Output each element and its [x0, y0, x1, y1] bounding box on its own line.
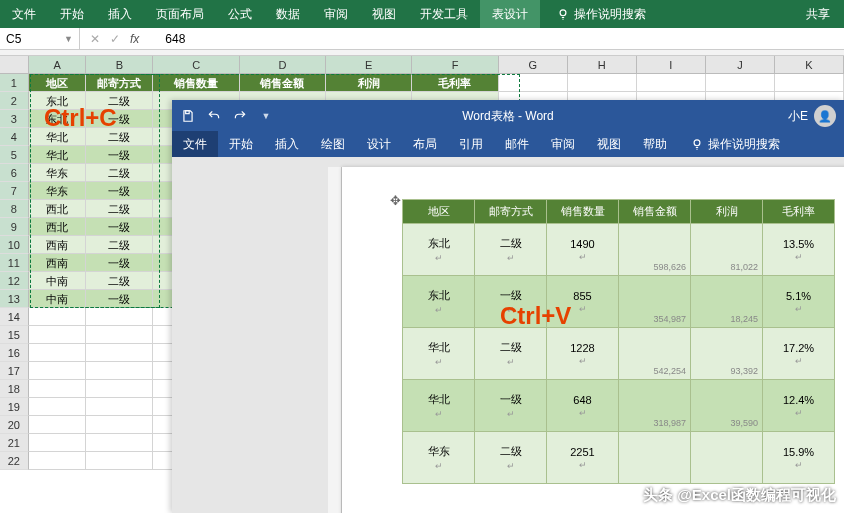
undo-icon[interactable] — [206, 108, 222, 124]
row-header[interactable]: 1 — [0, 74, 29, 92]
tab-review[interactable]: 审阅 — [312, 0, 360, 28]
enter-icon[interactable]: ✓ — [110, 32, 120, 46]
cell[interactable] — [86, 308, 153, 326]
row-header[interactable]: 6 — [0, 164, 29, 182]
word-table-cell[interactable]: 1228↵ — [547, 328, 619, 380]
row-header[interactable]: 5 — [0, 146, 29, 164]
cell[interactable] — [775, 74, 844, 92]
cell[interactable]: 二级 — [86, 272, 153, 290]
row-header[interactable]: 11 — [0, 254, 29, 272]
cell[interactable]: 中南 — [29, 272, 87, 290]
cell[interactable] — [86, 452, 153, 470]
cell[interactable] — [29, 362, 87, 380]
cell[interactable]: 西南 — [29, 254, 87, 272]
word-table-cell[interactable]: 18,245 — [691, 276, 763, 328]
cell[interactable] — [706, 74, 775, 92]
word-table-cell[interactable]: 东北↵ — [403, 224, 475, 276]
tab-formulas[interactable]: 公式 — [216, 0, 264, 28]
cell[interactable] — [86, 434, 153, 452]
tab-insert[interactable]: 插入 — [96, 0, 144, 28]
word-table[interactable]: 地区 邮寄方式 销售数量 销售金额 利润 毛利率 东北↵二级↵1490↵598,… — [402, 199, 835, 484]
word-table-cell[interactable]: 华北↵ — [403, 380, 475, 432]
word-table-cell[interactable]: 一级↵ — [475, 380, 547, 432]
cell[interactable] — [86, 326, 153, 344]
word-tab-mailings[interactable]: 邮件 — [494, 131, 540, 157]
word-table-cell[interactable]: 39,590 — [691, 380, 763, 432]
word-table-cell[interactable]: 354,987 — [619, 276, 691, 328]
word-table-cell[interactable]: 13.5%↵ — [763, 224, 835, 276]
row-header[interactable]: 13 — [0, 290, 29, 308]
select-all-corner[interactable] — [0, 56, 29, 73]
row-header[interactable]: 10 — [0, 236, 29, 254]
cell[interactable] — [29, 344, 87, 362]
share-button[interactable]: 共享 — [792, 0, 844, 28]
word-table-cell[interactable] — [619, 432, 691, 484]
word-table-cell[interactable]: 5.1%↵ — [763, 276, 835, 328]
name-box[interactable]: C5 ▼ — [0, 28, 80, 50]
cell[interactable]: 华东 — [29, 164, 87, 182]
name-box-dropdown-icon[interactable]: ▼ — [64, 34, 73, 44]
formula-input[interactable]: 648 — [149, 32, 185, 46]
cell[interactable] — [29, 380, 87, 398]
col-header-A[interactable]: A — [29, 56, 87, 73]
word-tab-review[interactable]: 审阅 — [540, 131, 586, 157]
word-table-cell[interactable]: 598,626 — [619, 224, 691, 276]
cell[interactable]: 一级 — [86, 218, 153, 236]
cell[interactable] — [29, 326, 87, 344]
word-table-cell[interactable]: 一级↵ — [475, 276, 547, 328]
word-tab-design[interactable]: 设计 — [356, 131, 402, 157]
word-table-row[interactable]: 华北↵一级↵648↵318,98739,59012.4%↵ — [403, 380, 835, 432]
word-tab-view[interactable]: 视图 — [586, 131, 632, 157]
cell[interactable]: 二级 — [86, 164, 153, 182]
cell[interactable]: 销售数量 — [153, 74, 239, 92]
cancel-icon[interactable]: ✕ — [90, 32, 100, 46]
cell[interactable] — [499, 74, 568, 92]
word-table-cell[interactable]: 华北↵ — [403, 328, 475, 380]
word-table-cell[interactable]: 15.9%↵ — [763, 432, 835, 484]
tab-developer[interactable]: 开发工具 — [408, 0, 480, 28]
cell[interactable]: 华北 — [29, 128, 87, 146]
fx-icon[interactable]: fx — [130, 32, 139, 46]
row-header[interactable]: 12 — [0, 272, 29, 290]
col-header-H[interactable]: H — [568, 56, 637, 73]
col-header-J[interactable]: J — [706, 56, 775, 73]
row-header[interactable]: 7 — [0, 182, 29, 200]
word-table-cell[interactable] — [691, 432, 763, 484]
cell[interactable] — [637, 74, 706, 92]
table-anchor-handle-icon[interactable]: ✥ — [390, 193, 401, 208]
row-header[interactable]: 14 — [0, 308, 29, 326]
cell[interactable] — [29, 398, 87, 416]
word-table-cell[interactable]: 12.4%↵ — [763, 380, 835, 432]
word-tab-layout[interactable]: 布局 — [402, 131, 448, 157]
word-table-row[interactable]: 东北↵一级↵855↵354,98718,2455.1%↵ — [403, 276, 835, 328]
word-table-cell[interactable]: 93,392 — [691, 328, 763, 380]
word-table-row[interactable]: 东北↵二级↵1490↵598,62681,02213.5%↵ — [403, 224, 835, 276]
cell[interactable]: 东北 — [29, 110, 87, 128]
col-header-B[interactable]: B — [86, 56, 153, 73]
col-header-D[interactable]: D — [240, 56, 326, 73]
cell[interactable]: 西北 — [29, 218, 87, 236]
word-table-cell[interactable]: 17.2%↵ — [763, 328, 835, 380]
word-table-cell[interactable]: 华东↵ — [403, 432, 475, 484]
word-table-cell[interactable]: 1490↵ — [547, 224, 619, 276]
cell[interactable] — [568, 74, 637, 92]
word-table-cell[interactable]: 855↵ — [547, 276, 619, 328]
cell[interactable]: 华东 — [29, 182, 87, 200]
tell-me-search[interactable]: 操作说明搜索 — [548, 6, 654, 23]
tab-view[interactable]: 视图 — [360, 0, 408, 28]
col-header-C[interactable]: C — [153, 56, 239, 73]
row-header[interactable]: 19 — [0, 398, 29, 416]
cell[interactable]: 一级 — [86, 110, 153, 128]
cell[interactable] — [29, 452, 87, 470]
row-header[interactable]: 20 — [0, 416, 29, 434]
cell[interactable]: 二级 — [86, 200, 153, 218]
row-header[interactable]: 8 — [0, 200, 29, 218]
word-tab-help[interactable]: 帮助 — [632, 131, 678, 157]
cell[interactable]: 二级 — [86, 236, 153, 254]
qat-dropdown-icon[interactable]: ▼ — [258, 108, 274, 124]
col-header-E[interactable]: E — [326, 56, 412, 73]
word-document-area[interactable]: ✥ 地区 邮寄方式 销售数量 销售金额 利润 毛利率 东北↵二级↵1490↵59… — [172, 157, 844, 513]
col-header-G[interactable]: G — [499, 56, 568, 73]
word-table-cell[interactable]: 318,987 — [619, 380, 691, 432]
cell[interactable] — [86, 398, 153, 416]
